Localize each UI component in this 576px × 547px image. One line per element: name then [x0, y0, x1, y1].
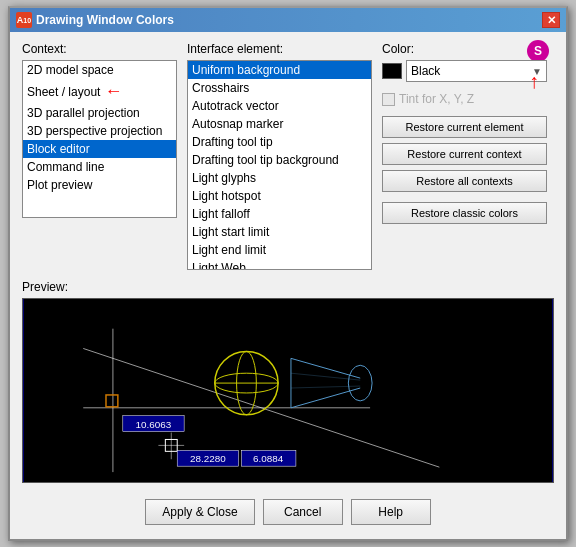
interface-item-crosshairs[interactable]: Crosshairs — [188, 79, 371, 97]
color-swatch — [382, 63, 402, 79]
context-item-sheet-layout[interactable]: Sheet / layout ← — [23, 79, 176, 104]
subscription-badge: S — [527, 40, 549, 62]
interface-item-light-falloff[interactable]: Light falloff — [188, 205, 371, 223]
interface-item-drafting-tip-bg[interactable]: Drafting tool tip background — [188, 151, 371, 169]
color-selector-row: Black ▼ — [382, 60, 547, 82]
interface-label: Interface element: — [187, 42, 372, 56]
svg-text:28.2280: 28.2280 — [190, 453, 226, 464]
interface-panel: Interface element: Uniform background Cr… — [187, 42, 372, 270]
context-item-plot-preview[interactable]: Plot preview — [23, 176, 176, 194]
color-panel: Color: S Black ▼ ↑ Tint for X, Y, Z — [382, 42, 547, 270]
interface-item-light-hotspot[interactable]: Light hotspot — [188, 187, 371, 205]
svg-text:6.0884: 6.0884 — [253, 453, 284, 464]
interface-item-light-start[interactable]: Light start limit — [188, 223, 371, 241]
title-bar-left: A10 Drawing Window Colors — [16, 12, 174, 28]
preview-label: Preview: — [22, 280, 554, 294]
context-item-3d-perspective[interactable]: 3D perspective projection — [23, 122, 176, 140]
close-button[interactable]: ✕ — [542, 12, 560, 28]
restore-classic-button[interactable]: Restore classic colors — [382, 202, 547, 224]
interface-item-drafting-tooltip[interactable]: Drafting tool tip — [188, 133, 371, 151]
context-item-2d-model-space[interactable]: 2D model space — [23, 61, 176, 79]
context-panel: Context: 2D model space Sheet / layout ←… — [22, 42, 177, 270]
color-dropdown[interactable]: Black ▼ — [406, 60, 547, 82]
preview-svg: 10.6063 28.2280 6.0884 — [23, 299, 553, 482]
context-label: Context: — [22, 42, 177, 56]
help-button[interactable]: Help — [351, 499, 431, 525]
interface-item-uniform-bg[interactable]: Uniform background — [188, 61, 371, 79]
tint-checkbox — [382, 93, 395, 106]
restore-element-button[interactable]: Restore current element — [382, 116, 547, 138]
app-icon: A10 — [16, 12, 32, 28]
interface-list[interactable]: Uniform background Crosshairs Autotrack … — [187, 60, 372, 270]
interface-item-light-glyphs[interactable]: Light glyphs — [188, 169, 371, 187]
color-label: Color: S — [382, 42, 547, 56]
svg-text:10.6063: 10.6063 — [136, 419, 172, 430]
tint-label: Tint for X, Y, Z — [399, 92, 474, 106]
color-value: Black — [411, 64, 532, 78]
preview-section: Preview: — [22, 280, 554, 483]
interface-item-light-end[interactable]: Light end limit — [188, 241, 371, 259]
interface-item-autosnap-marker[interactable]: Autosnap marker — [188, 115, 371, 133]
apply-close-button[interactable]: Apply & Close — [145, 499, 254, 525]
tint-row: Tint for X, Y, Z — [382, 92, 547, 106]
interface-item-light-web[interactable]: Light Web — [188, 259, 371, 270]
restore-all-button[interactable]: Restore all contexts — [382, 170, 547, 192]
dialog-window: A10 Drawing Window Colors ✕ Context: 2D … — [8, 6, 568, 541]
dialog-body: Context: 2D model space Sheet / layout ←… — [10, 32, 566, 539]
context-item-block-editor[interactable]: Block editor — [23, 140, 176, 158]
dialog-title: Drawing Window Colors — [36, 13, 174, 27]
left-arrow-annotation: ← — [104, 81, 122, 102]
title-bar: A10 Drawing Window Colors ✕ — [10, 8, 566, 32]
restore-context-button[interactable]: Restore current context — [382, 143, 547, 165]
up-arrow-annotation: ↑ — [529, 70, 539, 93]
context-item-command-line[interactable]: Command line — [23, 158, 176, 176]
preview-canvas: 10.6063 28.2280 6.0884 — [22, 298, 554, 483]
cancel-button[interactable]: Cancel — [263, 499, 343, 525]
context-list[interactable]: 2D model space Sheet / layout ← 3D paral… — [22, 60, 177, 218]
interface-item-autotrack-vector[interactable]: Autotrack vector — [188, 97, 371, 115]
footer-buttons: Apply & Close Cancel Help — [22, 493, 554, 529]
top-section: Context: 2D model space Sheet / layout ←… — [22, 42, 554, 270]
context-item-3d-parallel[interactable]: 3D parallel projection — [23, 104, 176, 122]
